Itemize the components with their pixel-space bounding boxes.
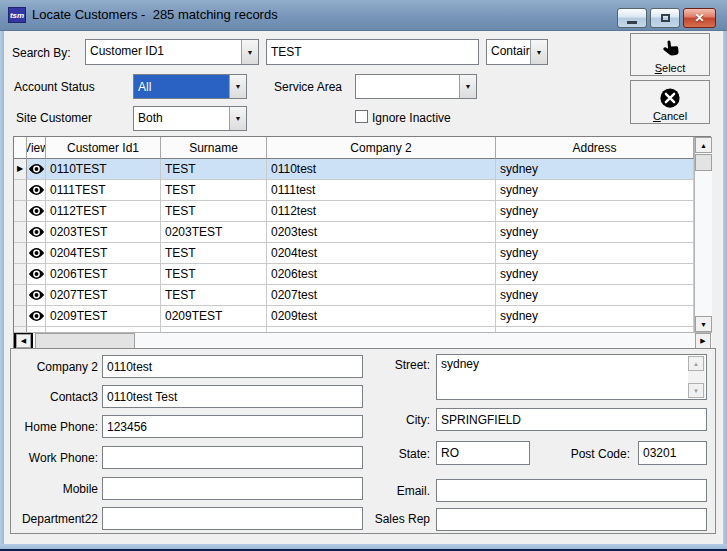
row-selector: [14, 264, 27, 285]
cell-company-2[interactable]: 0209test: [267, 306, 496, 327]
header-view[interactable]: View: [27, 137, 46, 159]
cell-address[interactable]: sydney: [496, 243, 694, 264]
service-area-combo[interactable]: ▼: [355, 74, 477, 99]
chevron-down-icon[interactable]: ▼: [530, 40, 547, 64]
cell-customer-id1[interactable]: 0112TEST: [46, 201, 161, 222]
cell-customer-id1[interactable]: 0110TEST: [46, 159, 161, 180]
scroll-up-button[interactable]: ▲: [688, 356, 704, 371]
scroll-right-button[interactable]: ▶: [695, 333, 711, 349]
search-text-input[interactable]: [266, 39, 479, 65]
cell-surname[interactable]: 0203TEST: [161, 222, 267, 243]
cell-customer-id1[interactable]: 0203TEST: [46, 222, 161, 243]
maximize-button[interactable]: [650, 8, 680, 28]
view-record-button[interactable]: [27, 201, 46, 222]
cell-surname[interactable]: TEST: [161, 201, 267, 222]
table-row[interactable]: 0112TEST TEST 0112test sydney: [14, 201, 694, 222]
header-address[interactable]: Address: [496, 137, 694, 159]
cell-company-2[interactable]: 0111test: [267, 180, 496, 201]
cell-company-2[interactable]: 0207test: [267, 285, 496, 306]
chevron-down-icon[interactable]: ▼: [459, 75, 476, 98]
sales-rep-field[interactable]: [436, 508, 707, 531]
table-row[interactable]: 0206TEST TEST 0206test sydney: [14, 264, 694, 285]
view-record-button[interactable]: [27, 285, 46, 306]
titlebar[interactable]: tsm Locate Customers - 285 matching reco…: [0, 0, 727, 31]
search-by-combo[interactable]: Customer ID1 ▼: [85, 39, 259, 65]
cell-company-2[interactable]: 0110test: [267, 159, 496, 180]
view-record-button[interactable]: [27, 264, 46, 285]
department22-field[interactable]: [102, 507, 363, 530]
cell-address[interactable]: sydney: [496, 159, 694, 180]
street-field[interactable]: sydney ▲ ▼: [436, 354, 707, 400]
window-frame-left: [0, 31, 4, 549]
grid-vertical-scrollbar[interactable]: ▲ ▼: [694, 137, 712, 332]
horizontal-scroll-thumb[interactable]: [35, 333, 135, 349]
chevron-down-icon[interactable]: ▼: [229, 107, 246, 130]
street-scrollbar[interactable]: ▲ ▼: [688, 356, 705, 398]
company-2-label: Company 2: [14, 360, 98, 374]
cell-company-2[interactable]: 0203test: [267, 222, 496, 243]
cancel-x-icon: [659, 87, 681, 109]
table-row[interactable]: 0209TEST 0209TEST 0209test sydney: [14, 306, 694, 327]
table-row[interactable]: 0204TEST TEST 0204test sydney: [14, 243, 694, 264]
cell-company-2[interactable]: 0112test: [267, 201, 496, 222]
cell-customer-id1[interactable]: 0207TEST: [46, 285, 161, 306]
mobile-field[interactable]: [102, 477, 363, 500]
company-2-field[interactable]: [102, 355, 363, 378]
view-record-button[interactable]: [27, 180, 46, 201]
cell-surname[interactable]: 0209TEST: [161, 306, 267, 327]
cell-address[interactable]: sydney: [496, 180, 694, 201]
cell-company-2[interactable]: 0206test: [267, 264, 496, 285]
view-record-button[interactable]: [27, 306, 46, 327]
work-phone-field[interactable]: [102, 446, 363, 469]
table-row[interactable]: ▶ 0110TEST TEST 0110test sydney: [14, 159, 694, 180]
scroll-down-button[interactable]: ▼: [688, 383, 704, 398]
cell-address[interactable]: sydney: [496, 285, 694, 306]
cell-surname[interactable]: TEST: [161, 264, 267, 285]
view-record-button[interactable]: [27, 222, 46, 243]
service-area-label: Service Area: [274, 80, 342, 94]
cell-address[interactable]: sydney: [496, 306, 694, 327]
view-record-button[interactable]: [27, 243, 46, 264]
cell-customer-id1[interactable]: 0204TEST: [46, 243, 161, 264]
scroll-up-button[interactable]: ▲: [695, 137, 712, 153]
table-row[interactable]: 0207TEST TEST 0207test sydney: [14, 285, 694, 306]
chevron-down-icon[interactable]: ▼: [229, 75, 246, 98]
cell-company-2[interactable]: 0204test: [267, 243, 496, 264]
match-mode-combo[interactable]: Contair ▼: [486, 39, 548, 65]
scroll-left-button[interactable]: ◀: [16, 334, 31, 348]
city-field[interactable]: [436, 408, 707, 431]
cell-surname[interactable]: TEST: [161, 180, 267, 201]
post-code-field[interactable]: [638, 441, 707, 465]
vertical-scroll-thumb[interactable]: [695, 154, 712, 171]
header-company-2[interactable]: Company 2: [267, 137, 496, 159]
cell-address[interactable]: sydney: [496, 264, 694, 285]
cell-customer-id1[interactable]: 0111TEST: [46, 180, 161, 201]
cell-surname[interactable]: TEST: [161, 159, 267, 180]
cell-address[interactable]: sydney: [496, 222, 694, 243]
account-status-combo[interactable]: All ▼: [133, 74, 247, 99]
home-phone-field[interactable]: [102, 415, 363, 438]
cell-customer-id1[interactable]: 0209TEST: [46, 306, 161, 327]
email-field[interactable]: [436, 479, 707, 502]
table-row[interactable]: 0203TEST 0203TEST 0203test sydney: [14, 222, 694, 243]
header-surname[interactable]: Surname: [161, 137, 267, 159]
close-button[interactable]: ✕: [683, 8, 716, 28]
view-record-button[interactable]: [27, 159, 46, 180]
select-button[interactable]: Select: [630, 33, 710, 76]
minimize-button[interactable]: [617, 8, 647, 28]
ignore-inactive-checkbox[interactable]: [355, 110, 368, 123]
state-field[interactable]: [436, 441, 530, 465]
scroll-down-button[interactable]: ▼: [695, 316, 712, 332]
contact3-field[interactable]: [102, 385, 363, 408]
cell-surname[interactable]: TEST: [161, 243, 267, 264]
cell-address[interactable]: sydney: [496, 201, 694, 222]
cancel-button[interactable]: Cancel: [630, 80, 710, 124]
site-customer-combo[interactable]: Both ▼: [133, 106, 247, 131]
city-label: City:: [370, 413, 430, 427]
grid-horizontal-scrollbar[interactable]: ◀ ▶: [14, 332, 712, 349]
table-row[interactable]: 0111TEST TEST 0111test sydney: [14, 180, 694, 201]
header-customer-id1[interactable]: Customer Id1: [46, 137, 161, 159]
cell-customer-id1[interactable]: 0206TEST: [46, 264, 161, 285]
chevron-down-icon[interactable]: ▼: [241, 40, 258, 64]
cell-surname[interactable]: TEST: [161, 285, 267, 306]
